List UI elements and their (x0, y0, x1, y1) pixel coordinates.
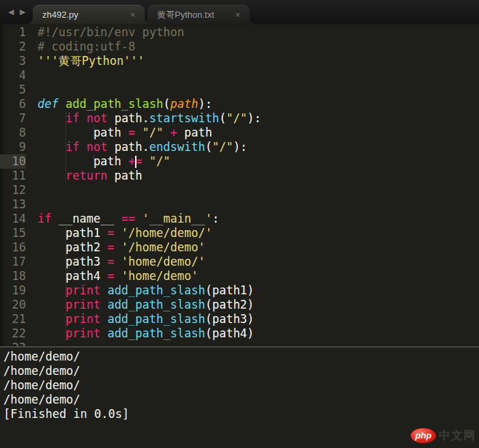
nav-back-icon[interactable]: ◀ (8, 8, 14, 16)
code-text: #!/usr/bin/env python (38, 25, 184, 40)
nav-forward-icon[interactable]: ▶ (20, 8, 25, 16)
output-line-3: /home/demo/ (3, 378, 479, 393)
line-number: 18 (0, 269, 26, 283)
line-number: 13 (0, 197, 26, 212)
line-number: 20 (0, 298, 26, 312)
output-line-5: [Finished in 0.0s] (3, 407, 479, 421)
code-text: print add_path_slash(path4) (38, 326, 254, 341)
line-number: 1 (0, 25, 26, 40)
text-cursor (135, 156, 136, 168)
tab-curve (27, 18, 33, 24)
code-line-10[interactable]: 10 path += "/" (0, 154, 479, 169)
code-line-8[interactable]: 8 path = "/" + path (0, 126, 479, 140)
code-text: path1 = '/home/demo/' (38, 226, 212, 240)
code-line-5[interactable]: 5 (0, 83, 479, 97)
line-number: 17 (0, 255, 26, 269)
code-line-2[interactable]: 2# coding:utf-8 (0, 40, 479, 54)
code-text: path += "/" (38, 154, 171, 169)
line-number: 15 (0, 226, 26, 240)
build-output-panel: /home/demo//home/demo//home/demo//home/d… (0, 348, 479, 448)
line-number: 8 (0, 126, 26, 140)
code-line-16[interactable]: 16 path2 = '/home/demo' (0, 240, 479, 255)
php-cn-watermark: php 中文网 (411, 428, 476, 443)
code-line-20[interactable]: 20 print add_path_slash(path2) (0, 298, 479, 312)
tab-bar: ◀ ▶ zh492.py×黄哥Python.txt× (0, 0, 479, 24)
tab-close-icon[interactable]: × (235, 10, 240, 20)
code-line-11[interactable]: 11 return path (0, 169, 479, 183)
line-number: 12 (0, 183, 26, 197)
output-line-1: /home/demo/ (3, 350, 479, 364)
output-line-2: /home/demo/ (3, 364, 479, 378)
line-number: 19 (0, 283, 26, 298)
line-number: 10 (0, 154, 26, 169)
code-line-15[interactable]: 15 path1 = '/home/demo/' (0, 226, 479, 240)
code-text: def add_path_slash(path): (38, 97, 212, 111)
code-text: if not path.endswith("/"): (38, 140, 247, 154)
code-text: # coding:utf-8 (38, 40, 135, 54)
code-text: print add_path_slash(path3) (38, 312, 254, 326)
line-number: 2 (0, 40, 26, 54)
code-line-13[interactable]: 13 (0, 197, 479, 212)
code-line-21[interactable]: 21 print add_path_slash(path3) (0, 312, 479, 326)
line-number: 21 (0, 312, 26, 326)
code-text: path = "/" + path (38, 126, 212, 140)
code-line-18[interactable]: 18 path4 = 'home/demo' (0, 269, 479, 283)
code-line-3[interactable]: 3'''黄哥Python''' (0, 54, 479, 68)
code-line-19[interactable]: 19 print add_path_slash(path1) (0, 283, 479, 298)
code-line-23[interactable]: 23 (0, 341, 479, 346)
output-line-4: /home/demo/ (3, 393, 479, 407)
code-line-7[interactable]: 7 if not path.startswith("/"): (0, 111, 479, 126)
php-logo-icon: php (411, 428, 436, 443)
line-number: 3 (0, 54, 26, 68)
code-text: path4 = 'home/demo' (38, 269, 198, 283)
code-line-12[interactable]: 12 (0, 183, 479, 197)
code-line-9[interactable]: 9 if not path.endswith("/"): (0, 140, 479, 154)
tab-close-icon[interactable]: × (130, 10, 135, 20)
tab-curve (145, 18, 151, 24)
code-text: path3 = 'home/demo/' (38, 255, 205, 269)
line-number: 5 (0, 83, 26, 97)
line-number: 16 (0, 240, 26, 255)
code-editor[interactable]: 1#!/usr/bin/env python2# coding:utf-83''… (0, 24, 479, 346)
line-number: 23 (0, 341, 26, 346)
code-line-22[interactable]: 22 print add_path_slash(path4) (0, 326, 479, 341)
line-number: 22 (0, 326, 26, 341)
code-text: print add_path_slash(path1) (38, 283, 254, 298)
editor-tab-1[interactable]: zh492.py× (33, 5, 145, 24)
code-text: if not path.startswith("/"): (38, 111, 261, 126)
code-line-4[interactable]: 4 (0, 68, 479, 83)
code-text: return path (38, 169, 143, 183)
code-line-1[interactable]: 1#!/usr/bin/env python (0, 25, 479, 40)
line-number: 6 (0, 97, 26, 111)
tab-curve (250, 18, 256, 24)
line-number: 11 (0, 169, 26, 183)
watermark-text: 中文网 (439, 428, 476, 443)
code-text: '''黄哥Python''' (38, 54, 145, 68)
line-number: 7 (0, 111, 26, 126)
line-number: 9 (0, 140, 26, 154)
code-line-14[interactable]: 14if __name__ == '__main__': (0, 212, 479, 226)
code-text: print add_path_slash(path2) (38, 298, 254, 312)
code-text: if __name__ == '__main__': (38, 212, 219, 226)
code-line-6[interactable]: 6def add_path_slash(path): (0, 97, 479, 111)
code-line-17[interactable]: 17 path3 = 'home/demo/' (0, 255, 479, 269)
sublime-window: ◀ ▶ zh492.py×黄哥Python.txt× 1#!/usr/bin/e… (0, 0, 479, 448)
line-number: 4 (0, 68, 26, 83)
tab-title: zh492.py (42, 10, 125, 20)
code-text: path2 = '/home/demo' (38, 240, 205, 255)
editor-tab-2[interactable]: 黄哥Python.txt× (147, 5, 250, 24)
tab-title: 黄哥Python.txt (157, 9, 230, 21)
line-number: 14 (0, 212, 26, 226)
